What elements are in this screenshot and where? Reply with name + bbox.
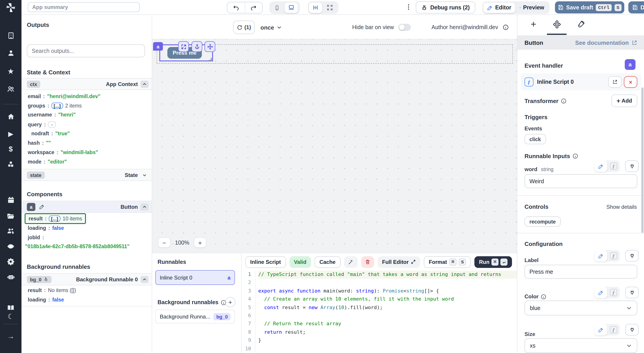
mobile-view-button[interactable]	[270, 3, 284, 13]
preview-tab[interactable]: Preview	[516, 3, 548, 13]
docs-book-icon[interactable]	[0, 304, 22, 312]
full-editor-button[interactable]: Full Editor	[378, 256, 420, 268]
insert-component-tab[interactable]	[524, 20, 543, 28]
info-icon[interactable]	[561, 98, 566, 104]
redo-button[interactable]	[245, 2, 262, 13]
resize-handle[interactable]	[208, 58, 212, 61]
center-content-button[interactable]	[309, 3, 322, 13]
search-outputs-input[interactable]	[27, 44, 145, 57]
expression-f-icon[interactable]: ƒ	[610, 326, 617, 333]
resources-cubes-icon[interactable]	[0, 160, 22, 168]
rename-pencil-icon[interactable]	[39, 204, 45, 210]
add-transformer-button[interactable]: +Add	[611, 95, 637, 107]
open-script-button[interactable]	[608, 76, 622, 88]
info-icon[interactable]	[502, 24, 509, 31]
deploy-button[interactable]: Deploy	[628, 1, 644, 14]
info-icon[interactable]	[541, 294, 547, 299]
static-pencil-icon[interactable]	[594, 324, 607, 335]
expand-chevron-down-icon[interactable]	[140, 171, 148, 179]
connect-plug-icon[interactable]	[625, 324, 639, 335]
collapse-chevron-up-icon[interactable]	[140, 80, 148, 88]
run-button[interactable]: Run ⌘↵	[474, 256, 512, 268]
user-icon[interactable]	[0, 49, 22, 57]
ctx-section-header[interactable]: ctx App Context	[22, 78, 152, 90]
event-click-chip[interactable]: click	[524, 134, 546, 144]
home-icon[interactable]	[0, 113, 22, 121]
undo-button[interactable]	[227, 2, 244, 13]
static-pencil-icon[interactable]	[594, 160, 607, 172]
kebab-menu-icon[interactable]: ⋮	[406, 3, 412, 10]
move-component-button[interactable]	[204, 41, 215, 52]
word-input[interactable]	[524, 174, 637, 188]
array-token[interactable]: [...]	[49, 215, 60, 222]
schedule-dropdown[interactable]: once	[260, 21, 282, 34]
format-button[interactable]: Format ⌘S	[424, 256, 471, 268]
folders-icon[interactable]	[0, 212, 22, 220]
bg-runnable-item[interactable]: Background Runna... bg_0	[155, 309, 235, 323]
info-icon[interactable]	[572, 153, 578, 159]
app-summary-input[interactable]	[28, 2, 140, 12]
expand-component-button[interactable]	[178, 41, 189, 52]
full-width-button[interactable]	[323, 3, 336, 13]
schedules-calendar-icon[interactable]	[0, 196, 22, 204]
size-select[interactable]: xs	[524, 338, 637, 353]
show-details-link[interactable]: Show details	[606, 204, 637, 210]
empty-token[interactable]: -	[48, 121, 56, 128]
workers-icon[interactable]	[0, 227, 22, 236]
robot-icon[interactable]	[0, 273, 22, 281]
collapse-chevron-up-icon[interactable]	[140, 276, 148, 283]
panel-scrollbar[interactable]	[641, 87, 644, 233]
state-section-header[interactable]: state State	[22, 169, 152, 181]
dark-mode-moon-icon[interactable]: ☾	[0, 313, 22, 320]
anchor-component-button[interactable]	[192, 41, 202, 52]
settings-gear-icon[interactable]	[0, 258, 22, 266]
add-bg-runnable-button[interactable]: +	[225, 297, 236, 307]
zoom-in-button[interactable]: +	[194, 237, 206, 248]
eye-icon[interactable]	[0, 242, 22, 250]
cache-button[interactable]: Cache	[314, 256, 340, 268]
play-icon[interactable]: ▶	[0, 130, 22, 137]
delete-script-button[interactable]	[361, 256, 374, 268]
remove-script-button[interactable]: ×	[624, 76, 637, 88]
label-input[interactable]	[524, 265, 637, 279]
refresh-button[interactable]: (1)	[233, 21, 255, 34]
event-script-row[interactable]: ƒ Inline Script 0 ×	[521, 74, 641, 91]
ai-wand-button[interactable]	[344, 256, 357, 268]
runnable-inline-script-item[interactable]: Inline Script 0 a	[155, 270, 235, 285]
editor-tab[interactable]: Editor	[483, 3, 515, 13]
expression-f-icon[interactable]: ƒ	[610, 289, 617, 296]
connect-plug-icon[interactable]	[625, 160, 639, 172]
color-select[interactable]: blue	[524, 300, 637, 315]
expand-sidebar-arrow-icon[interactable]: →	[0, 333, 22, 340]
static-pencil-icon[interactable]	[594, 250, 607, 262]
dollar-icon[interactable]: $	[0, 146, 22, 153]
static-pencil-icon[interactable]	[594, 287, 607, 298]
bg-runnable-header[interactable]: bg_0 Background Runnable 0	[22, 273, 152, 285]
building-icon[interactable]	[0, 32, 22, 40]
connect-plug-icon[interactable]	[625, 287, 639, 298]
array-token[interactable]: [...]	[52, 103, 63, 109]
code-lines[interactable]: // TypeScript function called "main" tha…	[255, 271, 517, 353]
debug-runs-button[interactable]: Debug runs (2)	[416, 1, 475, 14]
connect-plug-icon[interactable]	[625, 250, 639, 262]
desktop-view-button[interactable]	[285, 3, 298, 13]
expression-f-icon[interactable]: ƒ	[610, 252, 617, 259]
windmill-logo[interactable]	[0, 2, 22, 14]
recompute-chip[interactable]: recompute	[524, 216, 561, 227]
component-a-header[interactable]: a Button	[22, 201, 152, 213]
event-handler-title: Event handler	[524, 62, 563, 69]
expression-f-icon[interactable]: ƒ	[610, 163, 617, 170]
code-editor[interactable]: 12345678910 // TypeScript function calle…	[242, 271, 517, 353]
collapse-chevron-up-icon[interactable]	[140, 203, 148, 210]
see-documentation-link[interactable]: See documentation	[575, 39, 637, 46]
star-icon[interactable]: ★	[0, 68, 22, 75]
save-draft-button[interactable]: Save draft CtrlS	[555, 1, 624, 14]
users-icon[interactable]	[0, 85, 22, 93]
hide-bar-toggle[interactable]	[398, 24, 411, 31]
configuration-title: Configuration	[524, 241, 562, 247]
component-settings-tab[interactable]	[547, 20, 566, 29]
zoom-out-button[interactable]: −	[158, 237, 170, 248]
styling-brush-tab[interactable]	[571, 20, 591, 28]
app-canvas[interactable]: a Press me − 100% +	[152, 40, 517, 253]
script-kind-button[interactable]: Inline Script	[245, 256, 286, 268]
